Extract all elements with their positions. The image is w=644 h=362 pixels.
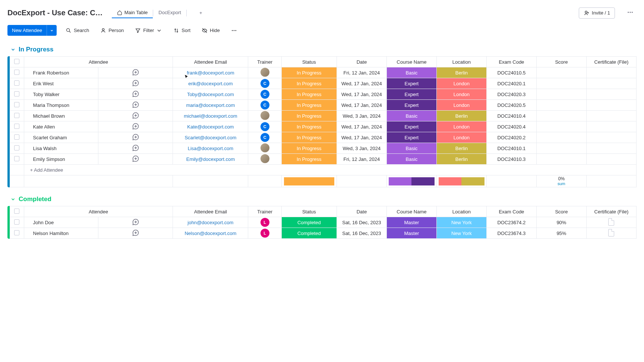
location-cell[interactable]: Berlin (436, 143, 486, 154)
score-cell[interactable]: 90% (536, 217, 586, 228)
location-cell[interactable]: London (436, 89, 486, 100)
trainer-avatar[interactable]: C (261, 122, 269, 131)
email-cell[interactable]: Toby@docexport.com (173, 89, 248, 100)
exam-code-cell[interactable]: DOC23674.3 (486, 228, 536, 239)
course-cell[interactable]: Expert (386, 121, 436, 132)
column-header[interactable]: Location (436, 57, 486, 67)
trainer-avatar[interactable]: C (261, 101, 269, 109)
certificate-cell[interactable] (586, 143, 636, 154)
trainer-avatar[interactable] (261, 68, 269, 77)
exam-code-cell[interactable]: DOC23674.2 (486, 217, 536, 228)
trainer-cell[interactable]: L (248, 217, 281, 228)
status-cell[interactable]: In Progress (281, 67, 337, 78)
trainer-avatar[interactable]: C (261, 79, 269, 88)
search-button[interactable]: Search (63, 26, 91, 35)
date-cell[interactable]: Sat, 16 Dec, 2023 (337, 217, 386, 228)
score-cell[interactable] (536, 143, 586, 154)
score-cell[interactable] (536, 132, 586, 143)
date-cell[interactable]: Wed, 3 Jan, 2024 (337, 111, 386, 121)
table-row[interactable]: Maria Thompsonmaria@docexport.comCIn Pro… (10, 100, 637, 111)
score-cell[interactable] (536, 89, 586, 100)
trainer-cell[interactable]: C (248, 132, 281, 143)
score-cell[interactable] (536, 78, 586, 89)
person-filter-button[interactable]: Person (98, 26, 126, 35)
table-row[interactable]: Emily SimpsonEmily@docexport.comIn Progr… (10, 154, 637, 165)
trainer-cell[interactable]: C (248, 100, 281, 111)
attendee-name-cell[interactable]: Frank Robertson (24, 67, 98, 78)
email-cell[interactable]: Scarlet@docexport.com (173, 132, 248, 143)
row-checkbox[interactable] (14, 80, 19, 86)
table-row[interactable]: John Doejohn@docexport.comLCompletedSat,… (10, 217, 637, 228)
row-checkbox[interactable] (14, 219, 19, 225)
trainer-avatar[interactable]: C (261, 90, 269, 99)
date-cell[interactable]: Wed, 17 Jan, 2024 (337, 100, 386, 111)
trainer-cell[interactable] (248, 154, 281, 165)
row-checkbox[interactable] (14, 230, 19, 235)
select-all-checkbox[interactable] (14, 59, 19, 64)
score-cell[interactable]: 95% (536, 228, 586, 239)
course-cell[interactable]: Expert (386, 132, 436, 143)
attendee-name-cell[interactable]: Michael Brown (24, 111, 98, 121)
attendee-name-cell[interactable]: Scarlet Graham (24, 132, 98, 143)
email-cell[interactable]: maria@docexport.com (173, 100, 248, 111)
attendee-name-cell[interactable]: Nelson Hamilton (24, 228, 98, 239)
course-cell[interactable]: Expert (386, 100, 436, 111)
row-checkbox[interactable] (14, 156, 19, 161)
column-header[interactable]: Status (281, 206, 337, 217)
invite-button[interactable]: Invite / 1 (579, 7, 615, 19)
add-comment-button[interactable] (132, 229, 139, 236)
status-cell[interactable]: In Progress (281, 121, 337, 132)
email-cell[interactable]: michael@docexport.com (173, 111, 248, 121)
status-cell[interactable]: Completed (281, 228, 337, 239)
score-cell[interactable] (536, 67, 586, 78)
column-header[interactable]: Attendee (24, 57, 173, 67)
column-header[interactable]: Certificate (File) (586, 206, 636, 217)
certificate-cell[interactable] (586, 121, 636, 132)
status-cell[interactable]: In Progress (281, 89, 337, 100)
course-cell[interactable]: Expert (386, 89, 436, 100)
tab-docexport[interactable]: DocExport (153, 7, 186, 18)
add-comment-button[interactable] (132, 101, 139, 108)
certificate-cell[interactable] (586, 78, 636, 89)
trainer-cell[interactable]: C (248, 78, 281, 89)
table-row[interactable]: Michael Brownmichael@docexport.comIn Pro… (10, 111, 637, 121)
column-header[interactable]: Attendee (24, 206, 173, 217)
column-header[interactable]: Location (436, 206, 486, 217)
add-comment-button[interactable] (132, 112, 139, 119)
trainer-cell[interactable] (248, 143, 281, 154)
column-header[interactable]: Certificate (File) (586, 57, 636, 67)
attendee-name-cell[interactable]: Toby Walker (24, 89, 98, 100)
column-header[interactable]: Score (536, 57, 586, 67)
column-header[interactable]: Score (536, 206, 586, 217)
add-comment-button[interactable] (132, 133, 139, 141)
add-comment-button[interactable] (132, 218, 139, 226)
hide-button[interactable]: Hide (199, 26, 222, 35)
trainer-avatar[interactable]: C (261, 133, 269, 142)
course-cell[interactable]: Basic (386, 143, 436, 154)
column-header[interactable]: Exam Code (486, 206, 536, 217)
attendee-name-cell[interactable]: John Doe (24, 217, 98, 228)
course-cell[interactable]: Basic (386, 111, 436, 121)
row-checkbox[interactable] (14, 102, 19, 107)
table-row[interactable]: Erik Westerik@docexport.comCIn ProgressW… (10, 78, 637, 89)
attendee-name-cell[interactable]: Lisa Walsh (24, 143, 98, 154)
exam-code-cell[interactable]: DOC24010.1 (486, 143, 536, 154)
attendee-name-cell[interactable]: Erik West (24, 78, 98, 89)
location-cell[interactable]: New York (436, 217, 486, 228)
add-view-button[interactable]: + (196, 9, 206, 17)
location-cell[interactable]: Berlin (436, 154, 486, 165)
select-all-checkbox[interactable] (14, 209, 19, 214)
table-row[interactable]: Kate AllenKate@docexport.comCIn Progress… (10, 121, 637, 132)
email-cell[interactable]: Kate@docexport.com (173, 121, 248, 132)
add-comment-button[interactable] (132, 90, 139, 98)
exam-code-cell[interactable]: DOC24020.2 (486, 132, 536, 143)
date-cell[interactable]: Wed, 17 Jan, 2024 (337, 132, 386, 143)
column-header[interactable]: Status (281, 57, 337, 67)
add-comment-button[interactable] (132, 123, 139, 130)
column-header[interactable]: Date (337, 57, 386, 67)
row-checkbox[interactable] (14, 124, 19, 129)
certificate-cell[interactable] (586, 89, 636, 100)
score-cell[interactable] (536, 154, 586, 165)
date-cell[interactable]: Sat, 16 Dec, 2023 (337, 228, 386, 239)
email-cell[interactable]: erik@docexport.com (173, 78, 248, 89)
